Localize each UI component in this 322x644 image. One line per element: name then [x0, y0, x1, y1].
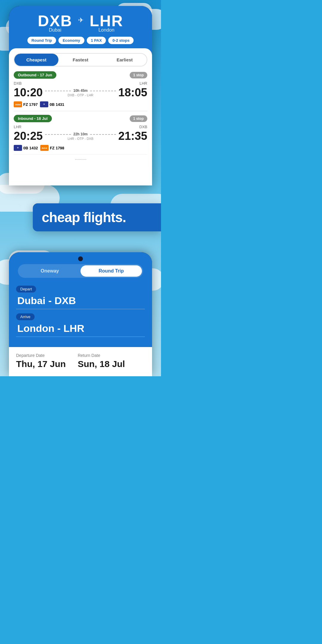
- notch-bar: [9, 252, 152, 261]
- destination-code: LHR: [89, 12, 123, 30]
- inbound-section: Inbound - 18 Jul 1 stop LHR DXB 20:25: [14, 115, 147, 151]
- phone-bottom-mockup: Oneway Round Trip Depart Dubai - DXB Arr…: [9, 252, 152, 376]
- tab-cheapest[interactable]: Cheapest: [14, 54, 58, 66]
- inbound-arrive-time: 21:35: [118, 130, 147, 143]
- outbound-arrive-time: 18:05: [118, 86, 147, 99]
- promo-box: cheap flights.: [33, 203, 161, 231]
- results-content: Cheapest Fastest Earliest Outbound - 17 …: [9, 48, 152, 185]
- toggle-round-trip[interactable]: Round Trip: [80, 265, 142, 277]
- flight-header: DXB Dubai ✈ LHR London: [9, 9, 152, 34]
- inbound-duration-text: 22h 10m: [72, 132, 89, 136]
- toggle-oneway[interactable]: Oneway: [19, 265, 80, 277]
- depart-label: Depart: [16, 286, 36, 292]
- inbound-stop-badge: 1 stop: [130, 115, 147, 122]
- inbound-badge: Inbound - 18 Jul: [14, 115, 52, 122]
- plane-icon: ✈: [78, 16, 83, 24]
- outbound-times: 10:20 10h 45m DXB - OTP - LHR 18:05: [14, 86, 147, 99]
- departure-date-value: Thu, 17 Jun: [16, 359, 66, 369]
- arrive-value[interactable]: London - LHR: [16, 323, 145, 334]
- outbound-section: Outbound - 17 Jun 1 stop DXB LHR 10:20: [14, 71, 147, 107]
- tab-fastest[interactable]: Fastest: [58, 54, 103, 66]
- outbound-header: Outbound - 17 Jun 1 stop: [14, 71, 147, 79]
- outbound-stop-badge: 1 stop: [130, 72, 147, 78]
- return-date-value: Sun, 18 Jul: [78, 359, 125, 369]
- airline-logo-0b-in: ✈: [14, 145, 22, 151]
- inbound-flight-1: 0B 1432: [23, 146, 38, 150]
- outbound-destination: LHR: [140, 81, 147, 86]
- outbound-duration-text: 10h 45m: [72, 89, 89, 93]
- date-section: Departure Date Thu, 17 Jun Return Date S…: [9, 347, 152, 376]
- phone-top-mockup: DXB Dubai ✈ LHR London Round Trip Econom…: [9, 6, 152, 185]
- outbound-airlines: dubai FZ 1797 ✈ 0B 1431: [14, 101, 147, 107]
- promo-text: cheap flights.: [42, 209, 152, 225]
- outbound-route-text: DXB - OTP - LHR: [45, 93, 116, 97]
- outbound-airline-1: dubai FZ 1797: [14, 101, 38, 107]
- tab-earliest[interactable]: Earliest: [103, 54, 147, 66]
- arrive-label: Arrive: [16, 313, 35, 320]
- return-date-label: Return Date: [78, 353, 125, 358]
- date-row: Departure Date Thu, 17 Jun Return Date S…: [16, 353, 145, 369]
- outbound-badge: Outbound - 17 Jun: [14, 71, 56, 79]
- flight-tags: Round Trip Economy 1 PAX 0-2 stops: [9, 34, 152, 48]
- airline-logo-fz-in: dubai: [40, 145, 49, 151]
- airline-logo-fz: dubai: [14, 101, 22, 107]
- inbound-origin: LHR: [14, 125, 21, 129]
- departure-date-label: Departure Date: [16, 353, 66, 358]
- outbound-flight-1: FZ 1797: [23, 102, 38, 107]
- departure-date-item[interactable]: Departure Date Thu, 17 Jun: [16, 353, 66, 369]
- form-divider-1: [16, 309, 145, 309]
- outbound-depart-time: 10:20: [14, 86, 43, 99]
- cabin-tag[interactable]: Economy: [58, 37, 84, 44]
- form-divider-2: [16, 337, 145, 337]
- inbound-depart-time: 20:25: [14, 130, 43, 143]
- origin-code: DXB: [38, 12, 72, 30]
- trip-type-tag[interactable]: Round Trip: [27, 37, 56, 44]
- promo-section: cheap flights.: [0, 185, 161, 240]
- inbound-destination: DXB: [139, 125, 147, 129]
- trip-type-toggle[interactable]: Oneway Round Trip: [18, 264, 143, 278]
- inbound-route-text: LHR - OTP - DXB: [45, 137, 116, 140]
- airline-logo-0b-out: ✈: [40, 101, 48, 107]
- outbound-origin: DXB: [14, 81, 22, 86]
- outbound-airline-2: ✈ 0B 1431: [40, 101, 64, 107]
- outbound-duration: 10h 45m DXB - OTP - LHR: [43, 89, 118, 97]
- search-form: Depart Dubai - DXB Arrive London - LHR: [9, 281, 152, 347]
- inbound-airline-1: ✈ 0B 1432: [14, 145, 38, 151]
- price-preview: ⋯⋯⋯: [14, 154, 147, 162]
- return-date-item[interactable]: Return Date Sun, 18 Jul: [78, 353, 125, 369]
- outbound-route: DXB LHR: [14, 81, 147, 86]
- inbound-header: Inbound - 18 Jul 1 stop: [14, 115, 147, 122]
- inbound-duration: 22h 10m LHR - OTP - DXB: [43, 132, 118, 140]
- notch-dot: [78, 256, 83, 261]
- inbound-route: LHR DXB: [14, 125, 147, 129]
- depart-value[interactable]: Dubai - DXB: [16, 295, 145, 306]
- inbound-airline-2: dubai FZ 1798: [40, 145, 64, 151]
- inbound-airlines: ✈ 0B 1432 dubai FZ 1798: [14, 145, 147, 151]
- pax-tag[interactable]: 1 PAX: [87, 37, 106, 44]
- section-divider: [14, 111, 147, 111]
- inbound-times: 20:25 22h 10m LHR - OTP - DXB 21:35: [14, 130, 147, 143]
- inbound-flight-2: FZ 1798: [50, 146, 64, 150]
- sort-tab-bar: Cheapest Fastest Earliest: [14, 53, 147, 66]
- stops-tag[interactable]: 0-2 stops: [108, 37, 134, 44]
- outbound-flight-2: 0B 1431: [49, 102, 64, 107]
